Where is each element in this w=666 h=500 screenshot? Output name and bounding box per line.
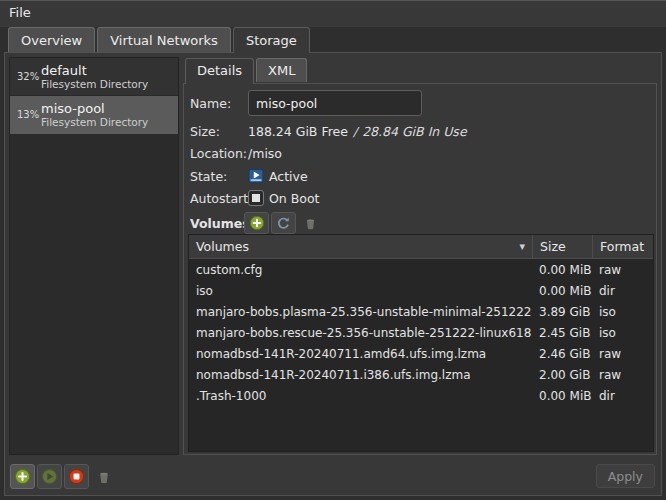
storage-page: 32%defaultFilesystem Directory13%miso-po… [4, 52, 662, 496]
pool-text: miso-poolFilesystem Directory [41, 101, 148, 129]
sort-descending-icon: ▾ [519, 240, 532, 253]
apply-button[interactable]: Apply [596, 464, 655, 488]
size-separator: / [353, 124, 357, 139]
volume-size-cell: 0.00 MiB [532, 389, 592, 403]
volumes-table: Volumes ▾ Size Format custom.cfg0.00 MiB… [188, 234, 654, 452]
volume-size-cell: 0.00 MiB [532, 284, 592, 298]
refresh-volumes-button[interactable] [271, 212, 296, 234]
pool-item-miso-pool[interactable]: 13%miso-poolFilesystem Directory [10, 96, 178, 134]
volume-row[interactable]: manjaro-bobs.plasma-25.356-unstable-mini… [189, 301, 653, 322]
delete-pool-button[interactable] [91, 464, 116, 489]
tab-virtual-networks[interactable]: Virtual Networks [97, 27, 231, 52]
state-row: State: Active [190, 167, 651, 185]
volume-name-cell: .Trash-1000 [189, 389, 532, 403]
stop-pool-button[interactable] [64, 464, 89, 489]
plus-icon [14, 468, 31, 485]
pool-usage-percent: 32% [10, 71, 41, 82]
pool-item-default[interactable]: 32%defaultFilesystem Directory [10, 58, 178, 96]
checkbox-inner [252, 194, 260, 202]
column-label-volumes: Volumes [196, 239, 249, 254]
volume-format-cell: iso [592, 305, 653, 319]
add-volume-button[interactable] [244, 212, 269, 234]
tab-overview[interactable]: Overview [8, 27, 95, 52]
location-value: /miso [248, 146, 282, 161]
refresh-icon [276, 216, 291, 231]
volume-format-cell: dir [592, 284, 653, 298]
volume-size-cell: 2.46 GiB [532, 347, 592, 361]
autostart-option: On Boot [269, 191, 320, 206]
pool-type: Filesystem Directory [41, 78, 148, 91]
pool-name: miso-pool [41, 101, 148, 116]
volume-name-cell: manjaro-bobs.rescue-25.356-unstable-2512… [189, 326, 532, 340]
volume-format-cell: iso [592, 326, 653, 340]
stop-icon [68, 468, 85, 485]
add-pool-button[interactable] [10, 464, 35, 489]
volumes-table-body: custom.cfg0.00 MiBrawiso0.00 MiBdirmanja… [189, 259, 653, 451]
volume-row[interactable]: nomadbsd-141R-20240711.amd64.ufs.img.lzm… [189, 343, 653, 364]
detail-tab-xml[interactable]: XML [256, 58, 307, 82]
column-header-format[interactable]: Format [592, 235, 653, 258]
volume-name-cell: nomadbsd-141R-20240711.amd64.ufs.img.lzm… [189, 347, 532, 361]
delete-volume-button[interactable] [298, 212, 323, 234]
size-free: 188.24 GiB Free [248, 124, 348, 139]
plus-icon [249, 215, 265, 231]
main-tabs: OverviewVirtual NetworksStorage [8, 27, 310, 53]
volumes-table-header: Volumes ▾ Size Format [189, 235, 653, 259]
size-label: Size: [190, 124, 248, 139]
volumes-toolbar-row: Volumes [190, 211, 651, 235]
tab-storage[interactable]: Storage [233, 27, 310, 53]
column-label-size: Size [540, 239, 566, 254]
state-value: Active [269, 169, 308, 184]
volume-size-cell: 2.00 GiB [532, 368, 592, 382]
volume-row[interactable]: manjaro-bobs.rescue-25.356-unstable-2512… [189, 322, 653, 343]
name-label: Name: [190, 96, 248, 111]
volume-row[interactable]: nomadbsd-141R-20240711.i386.ufs.img.lzma… [189, 364, 653, 385]
menubar: File [0, 0, 666, 27]
pool-details-form: Name: Size: 188.24 GiB Free / 28.84 GiB … [190, 90, 651, 235]
column-header-size[interactable]: Size [532, 235, 592, 258]
detail-tab-details[interactable]: Details [185, 58, 254, 84]
size-value: 188.24 GiB Free / 28.84 GiB In Use [248, 124, 467, 139]
volume-format-cell: raw [592, 347, 653, 361]
volume-size-cell: 3.89 GiB [532, 305, 592, 319]
virt-manager-connection-details-window: { "window": { "menu_file": "File" }, "ma… [0, 0, 666, 500]
autostart-label: Autostart: [190, 191, 248, 206]
column-header-volumes[interactable]: Volumes ▾ [189, 239, 532, 254]
pool-type: Filesystem Directory [41, 116, 148, 129]
volume-name-cell: iso [189, 284, 532, 298]
size-in-use: 28.84 GiB In Use [362, 124, 466, 139]
size-row: Size: 188.24 GiB Free / 28.84 GiB In Use [190, 123, 651, 140]
volume-row[interactable]: iso0.00 MiBdir [189, 280, 653, 301]
volume-name-cell: nomadbsd-141R-20240711.i386.ufs.img.lzma [189, 368, 532, 382]
storage-pool-list[interactable]: 32%defaultFilesystem Directory13%miso-po… [9, 57, 179, 455]
volume-format-cell: raw [592, 368, 653, 382]
volume-name-cell: manjaro-bobs.plasma-25.356-unstable-mini… [189, 305, 532, 319]
pool-usage-percent: 13% [10, 109, 41, 120]
state-value-group: Active [248, 168, 308, 184]
location-row: Location: /miso [190, 145, 651, 162]
detail-tabs: DetailsXML [185, 58, 307, 84]
start-pool-button[interactable] [37, 464, 62, 489]
name-row: Name: [190, 90, 651, 116]
trash-icon [96, 469, 112, 485]
autostart-checkbox[interactable] [248, 190, 264, 206]
pool-details-frame: Name: Size: 188.24 GiB Free / 28.84 GiB … [183, 83, 657, 455]
pool-name-input[interactable] [248, 90, 422, 116]
location-label: Location: [190, 146, 248, 161]
menu-file[interactable]: File [0, 1, 40, 24]
pool-toolbar [10, 464, 116, 489]
play-icon [41, 468, 58, 485]
state-label: State: [190, 169, 248, 184]
volume-row[interactable]: custom.cfg0.00 MiBraw [189, 259, 653, 280]
trash-icon [303, 216, 318, 231]
volume-row[interactable]: .Trash-10000.00 MiBdir [189, 385, 653, 406]
volume-format-cell: dir [592, 389, 653, 403]
pool-name: default [41, 63, 148, 78]
volumes-label: Volumes [190, 216, 242, 231]
autostart-group: On Boot [248, 190, 320, 206]
volume-size-cell: 2.45 GiB [532, 326, 592, 340]
volume-toolbar [244, 212, 323, 234]
pool-text: defaultFilesystem Directory [41, 63, 148, 91]
volume-name-cell: custom.cfg [189, 263, 532, 277]
autostart-row: Autostart: On Boot [190, 189, 651, 207]
